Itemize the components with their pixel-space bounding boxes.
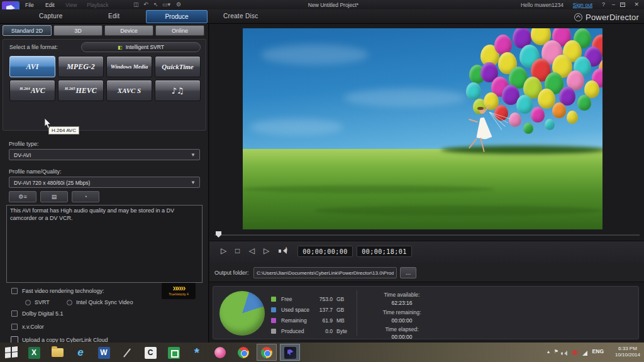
balloon <box>466 82 481 100</box>
preview-panel: ▷ □ ◁ ▷ ) 00;00;00;00 00;00;18;01 Output… <box>209 24 644 343</box>
time-elapsed-label: Time elapsed: <box>364 326 440 332</box>
svrt-radio-label: SVRT <box>35 299 50 305</box>
windows-taskbar: XeWC* ▴ ⚑ ) ENG 6:33 PM 10/10/2014 <box>0 343 644 362</box>
taskbar-explorer-icon[interactable] <box>50 345 65 360</box>
video-preview <box>243 28 602 229</box>
menu-view: View <box>65 2 77 8</box>
taskbar-chrome-icon[interactable] <box>236 345 251 360</box>
xvcolor-checkbox[interactable] <box>11 324 18 330</box>
intelligent-svrt-button[interactable]: ◧ Intelligent SVRT <box>81 42 201 52</box>
restore-button[interactable] <box>620 3 625 7</box>
fast-render-checkbox[interactable] <box>11 288 18 294</box>
tray-expand-icon[interactable]: ▴ <box>547 349 550 354</box>
format-h265-hevc-button[interactable]: H.265HEVC <box>58 80 104 101</box>
taskbar-powerdirector-icon[interactable] <box>282 345 297 360</box>
mode-tab-bar: Capture Edit Produce Create Disc PowerDi… <box>0 9 644 24</box>
intel-qsv-radio[interactable] <box>67 300 72 305</box>
help-button[interactable]: ? <box>602 1 605 8</box>
tray-network-icon[interactable] <box>582 351 587 356</box>
minimize-button[interactable]: – <box>612 1 615 8</box>
dolby-checkbox[interactable] <box>11 310 18 317</box>
tray-language[interactable]: ENG <box>592 348 604 354</box>
figure-hair <box>477 107 484 110</box>
undo-icon[interactable]: ↶ <box>143 1 148 8</box>
format-windows-media-button[interactable]: Windows Media <box>106 56 152 77</box>
taskbar-excel-icon[interactable]: X <box>26 345 42 360</box>
dolby-label: Dolby Digital 5.1 <box>22 310 64 317</box>
format-h264-avc-button[interactable]: H.264AVC <box>9 80 55 101</box>
tray-clock[interactable]: 6:33 PM 10/10/2014 <box>615 346 640 358</box>
format-audio-button[interactable]: ♪♫ <box>155 80 201 101</box>
format-mpeg2-button[interactable]: MPEG-2 <box>58 56 104 77</box>
tab-create-disc[interactable]: Create Disc <box>223 13 258 19</box>
tab-produce[interactable]: Produce <box>146 10 208 23</box>
taskbar-pink-app-icon[interactable] <box>213 345 228 360</box>
tray-status-icon[interactable] <box>572 350 577 355</box>
legend-remaining-swatch <box>271 318 276 323</box>
profile-details-button[interactable]: ▤ <box>40 191 68 202</box>
legend-produced-label: Produced <box>281 328 304 334</box>
seek-thumb[interactable] <box>216 231 221 238</box>
legend-used-label: Used space <box>281 307 309 313</box>
user-greeting: Hello muwen1234 <box>521 2 564 8</box>
svrt-analyze-button[interactable]: ◔ <box>72 191 99 202</box>
profile-name-select[interactable]: DV-AVI 720 x 480/60i (25 Mbps) ▼ <box>9 177 200 188</box>
format-tooltip: H.264 AVC <box>48 126 79 134</box>
next-frame-button[interactable]: ▷ <box>264 246 269 255</box>
previous-frame-button[interactable]: ◁ <box>249 246 255 255</box>
chevron-down-icon: ▼ <box>191 152 196 158</box>
time-available-label: Time available: <box>364 292 440 298</box>
menu-file[interactable]: File <box>25 2 34 8</box>
format-xavc-s-button[interactable]: XAVC S <box>106 80 152 101</box>
format-quicktime-button[interactable]: QuickTime <box>155 56 201 77</box>
subtab-online[interactable]: Online <box>155 25 204 36</box>
browse-button[interactable]: ... <box>400 267 416 278</box>
taskbar-ie-icon[interactable]: e <box>73 345 88 360</box>
profile-settings-button[interactable]: ⚙≡ <box>9 191 36 202</box>
legend-free-label: Free <box>281 296 292 302</box>
aspect-ratio-icon[interactable]: ▭▾ <box>162 1 170 8</box>
balloon <box>567 111 578 124</box>
volume-icon[interactable]: ) <box>279 248 289 255</box>
profile-description: This AVI format has High audio quality a… <box>6 205 203 283</box>
sign-out-link[interactable]: Sign out <box>573 2 592 8</box>
legend-used-swatch <box>271 307 276 312</box>
taskbar-pen-icon[interactable] <box>119 345 135 360</box>
time-remaining-label: Time remaining: <box>364 309 440 315</box>
tab-edit[interactable]: Edit <box>108 13 119 19</box>
format-avi-button[interactable]: AVI <box>9 56 55 77</box>
fast-render-label: Fast video rendering technology: <box>22 288 104 294</box>
divider <box>357 290 357 336</box>
taskbar-photo-app-icon[interactable]: * <box>189 345 204 360</box>
taskbar-word-icon[interactable]: W <box>96 345 111 360</box>
play-button[interactable]: ▷ <box>221 246 226 255</box>
tree-line <box>441 146 602 154</box>
tray-flag-icon[interactable]: ⚑ <box>554 349 558 354</box>
taskbar-chrome-window-icon[interactable] <box>259 345 274 360</box>
profile-type-select[interactable]: DV-AVI ▼ <box>9 149 200 160</box>
subtab-3d[interactable]: 3D <box>53 25 103 36</box>
produce-settings-panel: Standard 2D 3D Device Online Select a fi… <box>0 24 209 343</box>
tray-volume-icon[interactable]: ) <box>561 351 569 356</box>
legend-remaining-value: 61.9 <box>308 317 333 324</box>
start-menu-button[interactable] <box>5 346 18 358</box>
output-folder-input[interactable] <box>253 267 397 278</box>
seek-track[interactable] <box>214 234 640 236</box>
capture-area-icon[interactable]: ◫ <box>133 1 139 8</box>
subtab-standard-2d[interactable]: Standard 2D <box>3 25 52 36</box>
truevelocity-logo: »»» TrueVelocity 4 <box>162 283 196 299</box>
subtab-device[interactable]: Device <box>104 25 153 36</box>
svrt-radio[interactable] <box>25 300 31 305</box>
tab-capture[interactable]: Capture <box>39 13 63 19</box>
legend-free-swatch <box>271 297 276 302</box>
close-button[interactable]: ✕ <box>634 1 639 8</box>
menu-edit[interactable]: Edit <box>45 2 55 8</box>
xvcolor-label: x.v.Color <box>22 324 44 330</box>
taskbar-camtasia-icon[interactable]: C <box>143 345 158 360</box>
settings-gear-icon[interactable]: ⚙ <box>176 1 181 8</box>
title-bar: File Edit View Playback ◫ ↶ ↖ ▭▾ ⚙ New U… <box>0 0 644 9</box>
balloon <box>552 102 566 118</box>
taskbar-green-app-icon[interactable] <box>166 345 181 360</box>
select-tool-icon[interactable]: ↖ <box>153 1 158 8</box>
stop-button[interactable]: □ <box>235 246 240 255</box>
